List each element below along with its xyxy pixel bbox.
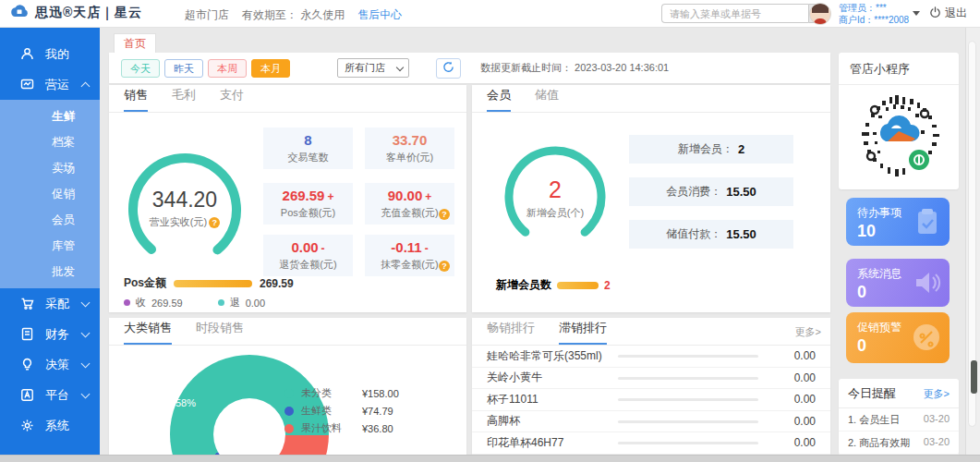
rank-bar bbox=[618, 355, 758, 358]
user-icon bbox=[20, 47, 34, 61]
legend-value: ¥74.79 bbox=[362, 406, 393, 417]
stat-transactions: 8 交易笔数 bbox=[263, 128, 353, 169]
new-member-bar: 新增会员数 2 bbox=[496, 277, 611, 293]
sidebar-item-operations[interactable]: 营运 bbox=[0, 69, 100, 100]
avatar-hair bbox=[812, 4, 829, 13]
reminder-row[interactable]: 1. 会员生日 03-20 bbox=[839, 408, 959, 432]
reminder-name: 2. 商品有效期 bbox=[848, 436, 910, 450]
store-select[interactable]: 所有门店 bbox=[337, 58, 409, 78]
legend-dot bbox=[284, 407, 294, 416]
monitor-icon bbox=[20, 78, 34, 91]
system-message-card[interactable]: 系统消息 0 bbox=[846, 259, 950, 307]
tab-hourly-sales[interactable]: 时段销售 bbox=[196, 320, 244, 345]
chevron-down-icon bbox=[81, 298, 91, 307]
tab-category-sales[interactable]: 大类销售 bbox=[124, 320, 172, 345]
legend-dot bbox=[284, 424, 294, 433]
dashboard-screen: 思迅®天店｜星云 超市门店 有效期至： 永久使用 售后中心 管理员：*** 商户… bbox=[0, 0, 980, 462]
tab-slow-sellers[interactable]: 滞销排行 bbox=[559, 320, 607, 345]
filter-month-button[interactable]: 本月 bbox=[251, 59, 290, 78]
reminder-title: 今日提醒 bbox=[848, 385, 896, 402]
stat-value: -0.11 bbox=[391, 239, 421, 255]
sidebar-item-label: 平台 bbox=[45, 387, 69, 404]
legend-item: 未分类 ¥158.00 bbox=[284, 384, 399, 402]
tab-member[interactable]: 会员 bbox=[487, 87, 511, 112]
filter-week-button[interactable]: 本周 bbox=[208, 59, 247, 78]
logout-label: 退出 bbox=[945, 6, 967, 21]
chevron-down-icon bbox=[81, 389, 91, 398]
product-name: 高脚杯 bbox=[472, 413, 520, 429]
sidebar: 我的 营运 生鲜 档案 卖场 促销 会员 库管 批发 采配 bbox=[0, 28, 100, 455]
submenu-item-fresh[interactable]: 生鲜 bbox=[0, 103, 100, 129]
submenu-item-store[interactable]: 卖场 bbox=[0, 155, 100, 181]
user-dropdown-caret-icon[interactable] bbox=[913, 11, 920, 16]
rank-panel-tabs: 畅销排行 滞销排行 更多> bbox=[472, 318, 830, 346]
reminder-row[interactable]: 2. 商品有效期 03-20 bbox=[839, 432, 959, 455]
member-panel-tabs: 会员 储值 bbox=[472, 85, 830, 113]
ledger-icon bbox=[20, 327, 34, 341]
submenu-item-inventory[interactable]: 库管 bbox=[0, 233, 100, 259]
rank-row: 关岭小黄牛 0.00 bbox=[472, 368, 830, 390]
bar-label: 新增会员数 bbox=[496, 277, 551, 293]
tab-gross-profit[interactable]: 毛利 bbox=[172, 87, 196, 112]
sidebar-item-decision[interactable]: 决策 bbox=[0, 349, 100, 380]
tab-stored-value[interactable]: 储值 bbox=[535, 87, 559, 112]
submenu-item-wholesale[interactable]: 批发 bbox=[0, 259, 100, 285]
tab-payment[interactable]: 支付 bbox=[220, 87, 244, 112]
sales-panel: 销售 毛利 支付 344.20 营业实收(元) 8 交易笔数 33.70 客单价… bbox=[109, 85, 466, 312]
rank-row: 印花单杯46H77 0.00 bbox=[472, 432, 830, 455]
sidebar-item-label: 采配 bbox=[45, 296, 69, 312]
product-name: 印花单杯46H77 bbox=[472, 435, 563, 451]
member-panel: 会员 储值 2 新增会员(个) 新增会员： 2 会员消费： 15.50 储值付款… bbox=[472, 85, 830, 312]
sidebar-item-label: 财务 bbox=[45, 326, 69, 343]
sidebar-item-finance[interactable]: 财务 bbox=[0, 319, 100, 349]
sidebar-item-system[interactable]: 系统 bbox=[0, 410, 100, 441]
refresh-button[interactable] bbox=[436, 58, 461, 79]
tab-best-sellers[interactable]: 畅销排行 bbox=[487, 320, 535, 345]
stat-value: 0.00 bbox=[291, 239, 318, 255]
tab-sales[interactable]: 销售 bbox=[124, 87, 148, 112]
window-bottom-edge bbox=[0, 455, 980, 462]
row-value: 15.50 bbox=[726, 227, 756, 241]
tab-home[interactable]: 首页 bbox=[114, 33, 156, 53]
reminder-date: 03-20 bbox=[924, 436, 950, 450]
minus-sign: - bbox=[425, 242, 429, 255]
sidebar-item-platform[interactable]: 平台 bbox=[0, 380, 100, 410]
scrollbar-thumb[interactable] bbox=[971, 360, 977, 394]
help-icon[interactable] bbox=[209, 217, 220, 228]
qr-code bbox=[839, 85, 959, 180]
reminder-date: 03-20 bbox=[924, 413, 950, 427]
chevron-down-icon bbox=[396, 64, 404, 71]
logout-button[interactable]: 退出 bbox=[929, 6, 967, 21]
help-icon[interactable] bbox=[439, 261, 450, 272]
refresh-icon bbox=[442, 60, 454, 77]
minus-sign: - bbox=[321, 242, 325, 255]
bar-label: Pos金额 bbox=[124, 275, 166, 291]
search-input[interactable] bbox=[661, 4, 808, 23]
submenu-item-archives[interactable]: 档案 bbox=[0, 129, 100, 155]
reminder-more-link[interactable]: 更多> bbox=[924, 387, 950, 401]
promo-alert-card[interactable]: 促销预警 0 bbox=[846, 312, 950, 363]
after-sales-link[interactable]: 售后中心 bbox=[357, 7, 402, 23]
stat-label: 退货金额(元) bbox=[263, 258, 353, 272]
todo-card[interactable]: 待办事项 10 bbox=[846, 198, 950, 246]
data-update-time: 数据更新截止时间： 2023-03-20 14:36:01 bbox=[480, 61, 669, 75]
legend-item: 生鲜类 ¥74.79 bbox=[284, 402, 399, 419]
reminder-name: 1. 会员生日 bbox=[848, 413, 900, 427]
more-link[interactable]: 更多> bbox=[795, 325, 821, 339]
stat-value: 269.59 bbox=[283, 188, 325, 203]
merchant-id: 商户Id：****2008 bbox=[839, 14, 909, 26]
category-legend: 未分类 ¥158.00 生鲜类 ¥74.79 果汁饮料 ¥36.80 bbox=[284, 384, 399, 437]
window-scrollbar[interactable] bbox=[965, 28, 980, 462]
user-info: 管理员：*** 商户Id：****2008 bbox=[839, 2, 909, 26]
filter-today-button[interactable]: 今天 bbox=[121, 59, 160, 78]
help-icon[interactable] bbox=[439, 209, 450, 220]
submenu-item-member[interactable]: 会员 bbox=[0, 207, 100, 233]
legend-value: 0.00 bbox=[246, 298, 265, 309]
rank-value: 0.00 bbox=[794, 349, 816, 362]
store-type-label: 超市门店 bbox=[185, 7, 229, 23]
sidebar-item-procurement[interactable]: 采配 bbox=[0, 288, 100, 319]
user-avatar[interactable] bbox=[809, 3, 831, 25]
submenu-item-promotion[interactable]: 促销 bbox=[0, 181, 100, 207]
sidebar-item-my[interactable]: 我的 bbox=[0, 39, 100, 69]
filter-yesterday-button[interactable]: 昨天 bbox=[164, 59, 203, 78]
